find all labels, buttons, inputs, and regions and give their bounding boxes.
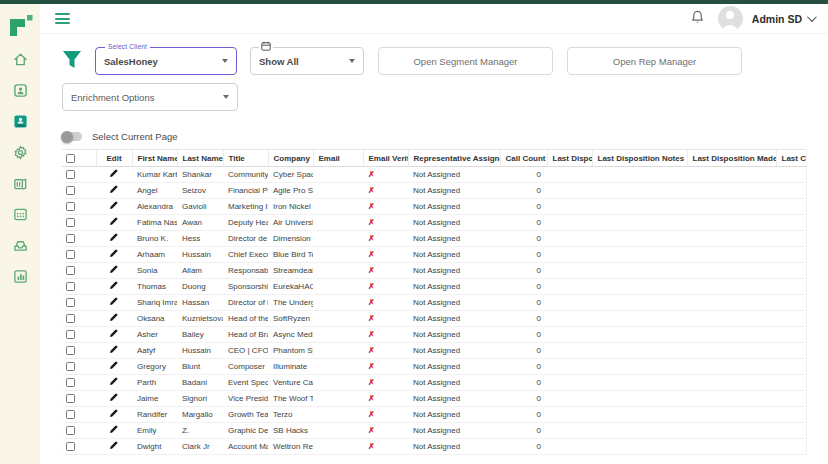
row-checkbox[interactable] (66, 298, 75, 307)
edit-pencil-icon[interactable] (109, 281, 118, 292)
cell-last-disposition-made (687, 279, 776, 295)
notifications-bell-icon[interactable] (691, 10, 704, 28)
cell-last-name: Shankar (177, 167, 223, 183)
cell-email (313, 183, 363, 199)
row-edit-cell (96, 375, 132, 391)
row-checkbox[interactable] (66, 394, 75, 403)
row-checkbox[interactable] (66, 410, 75, 419)
edit-pencil-icon[interactable] (109, 249, 118, 260)
contact-card-icon[interactable] (11, 81, 29, 99)
cell-representative-assigned: Not Assigned (408, 231, 500, 247)
table-row: Kumar Kartik... Shankar Community ... Cy… (62, 167, 806, 183)
library-icon[interactable] (11, 174, 29, 192)
edit-pencil-icon[interactable] (109, 425, 118, 436)
cell-company: Agile Pro Sol... (268, 183, 313, 199)
menu-hamburger-icon[interactable] (55, 13, 70, 24)
calendar-grid-icon[interactable] (11, 205, 29, 223)
home-icon[interactable] (11, 50, 29, 68)
settings-gear-icon[interactable] (11, 143, 29, 161)
edit-pencil-icon[interactable] (109, 185, 118, 196)
cell-company: Air University... (268, 215, 313, 231)
cell-representative-assigned: Not Assigned (408, 183, 500, 199)
cell-company: Cyber Space ... (268, 167, 313, 183)
cell-call-count: 0 (500, 343, 547, 359)
edit-pencil-icon[interactable] (109, 265, 118, 276)
edit-pencil-icon[interactable] (109, 409, 118, 420)
row-edit-cell (96, 167, 132, 183)
row-select-cell (62, 247, 96, 263)
cell-call-count: 0 (500, 391, 547, 407)
row-select-cell (62, 327, 96, 343)
cell-email (313, 263, 363, 279)
cell-first-name: Jaime (132, 391, 177, 407)
edit-pencil-icon[interactable] (109, 361, 118, 372)
edit-pencil-icon[interactable] (109, 393, 118, 404)
edit-pencil-icon[interactable] (109, 377, 118, 388)
enrichment-options-dropdown[interactable]: Enrichment Options (62, 83, 238, 111)
cell-email (313, 311, 363, 327)
cell-first-name: Emily (132, 423, 177, 439)
cell-last-disposition (547, 375, 592, 391)
cell-call-count: 0 (500, 359, 547, 375)
open-segment-manager-button[interactable]: Open Segment Manager (378, 47, 553, 75)
edit-pencil-icon[interactable] (109, 169, 118, 180)
row-select-cell (62, 295, 96, 311)
cell-representative-assigned: Not Assigned (408, 215, 500, 231)
enrichment-options-value: Enrichment Options (71, 92, 217, 103)
edit-pencil-icon[interactable] (109, 345, 118, 356)
cell-last-disposition (547, 183, 592, 199)
cell-email-verified: ✗ (363, 215, 408, 231)
select-current-page-toggle[interactable] (62, 132, 82, 141)
edit-pencil-icon[interactable] (109, 217, 118, 228)
cell-last-name: Badani (177, 375, 223, 391)
date-filter-dropdown[interactable]: Show All (250, 47, 364, 75)
row-checkbox[interactable] (66, 202, 75, 211)
user-avatar[interactable] (718, 6, 743, 31)
edit-pencil-icon[interactable] (109, 297, 118, 308)
cell-company: Iron Nickel (268, 199, 313, 215)
cell-email (313, 279, 363, 295)
cell-last-disposition-notes (592, 183, 687, 199)
select-client-dropdown[interactable]: Select Client SalesHoney (95, 47, 237, 75)
row-checkbox[interactable] (66, 330, 75, 339)
row-checkbox[interactable] (66, 314, 75, 323)
edit-pencil-icon[interactable] (109, 329, 118, 340)
open-rep-manager-button[interactable]: Open Rep Manager (567, 47, 742, 75)
row-checkbox[interactable] (66, 426, 75, 435)
row-checkbox[interactable] (66, 442, 75, 451)
cell-representative-assigned: Not Assigned (408, 391, 500, 407)
contacts-book-icon[interactable] (11, 112, 29, 130)
row-checkbox[interactable] (66, 362, 75, 371)
row-checkbox[interactable] (66, 234, 75, 243)
row-checkbox[interactable] (66, 218, 75, 227)
row-checkbox[interactable] (66, 170, 75, 179)
cell-last-disposition-notes (592, 407, 687, 423)
edit-pencil-icon[interactable] (109, 313, 118, 324)
cell-last-disposition-made (687, 263, 776, 279)
cell-first-name: Angel (132, 183, 177, 199)
edit-pencil-icon[interactable] (109, 201, 118, 212)
edit-pencil-icon[interactable] (109, 441, 118, 452)
row-edit-cell (96, 327, 132, 343)
row-checkbox[interactable] (66, 282, 75, 291)
col-header-email-verified: Email Verified (363, 150, 408, 167)
table-row: Oksana Kuznietsova Head of the I... Soft… (62, 311, 806, 327)
cell-first-name: Asher (132, 327, 177, 343)
row-checkbox[interactable] (66, 266, 75, 275)
cell-last-name: Gavioli (177, 199, 223, 215)
select-all-checkbox[interactable] (66, 154, 75, 163)
row-checkbox[interactable] (66, 186, 75, 195)
cell-email (313, 391, 363, 407)
table-row: Sonia Allam Responsable... Streamdeals ✗… (62, 263, 806, 279)
cell-title: CEO | CFO | ... (223, 343, 268, 359)
inbox-tray-icon[interactable] (11, 236, 29, 254)
cell-company: Async Media (268, 327, 313, 343)
row-checkbox[interactable] (66, 250, 75, 259)
row-checkbox[interactable] (66, 378, 75, 387)
table-row: Angel Seizov Financial Pro... Agile Pro … (62, 183, 806, 199)
row-checkbox[interactable] (66, 346, 75, 355)
bar-chart-icon[interactable] (11, 267, 29, 285)
cell-call-count: 0 (500, 279, 547, 295)
chevron-down-icon[interactable] (807, 12, 817, 22)
edit-pencil-icon[interactable] (109, 233, 118, 244)
